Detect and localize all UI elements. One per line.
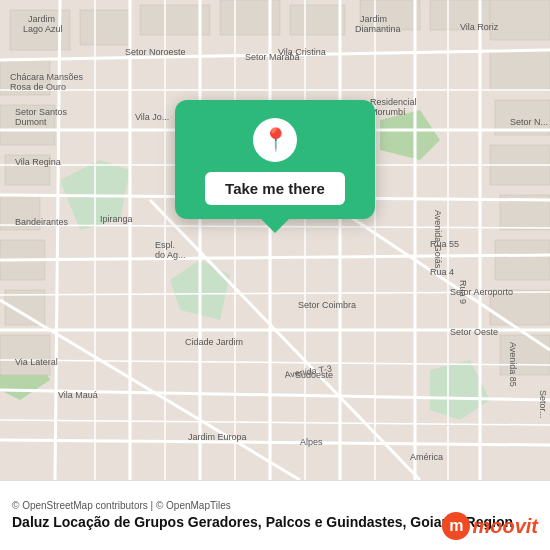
svg-text:Setor Oeste: Setor Oeste bbox=[450, 327, 498, 337]
svg-text:Jardim: Jardim bbox=[360, 14, 387, 24]
svg-rect-27 bbox=[500, 335, 550, 375]
svg-rect-13 bbox=[490, 0, 550, 40]
svg-text:Avenida 85: Avenida 85 bbox=[508, 342, 518, 387]
svg-text:Sudoeste: Sudoeste bbox=[295, 370, 333, 380]
svg-text:Residencial: Residencial bbox=[370, 97, 417, 107]
svg-text:Rua 4: Rua 4 bbox=[430, 267, 454, 277]
svg-text:Setor N...: Setor N... bbox=[510, 117, 548, 127]
location-pin: 📍 bbox=[262, 127, 289, 153]
svg-text:Morumbí: Morumbí bbox=[370, 107, 406, 117]
svg-text:Chácara Mansões: Chácara Mansões bbox=[10, 72, 84, 82]
svg-rect-21 bbox=[490, 50, 550, 90]
moovit-icon: m bbox=[442, 512, 470, 540]
bottom-bar: © OpenStreetMap contributors | © OpenMap… bbox=[0, 480, 550, 550]
take-me-there-button[interactable]: Take me there bbox=[205, 172, 345, 205]
svg-text:Vila Regina: Vila Regina bbox=[15, 157, 61, 167]
moovit-logo: m moovit bbox=[442, 512, 538, 540]
svg-rect-20 bbox=[0, 335, 50, 375]
svg-text:do Ag...: do Ag... bbox=[155, 250, 186, 260]
svg-text:Jardim: Jardim bbox=[28, 14, 55, 24]
svg-text:Vila Jo...: Vila Jo... bbox=[135, 112, 169, 122]
map-attribution: © OpenStreetMap contributors | © OpenMap… bbox=[12, 500, 538, 511]
location-card: 📍 Take me there bbox=[175, 100, 375, 219]
moovit-text: moovit bbox=[472, 515, 538, 538]
svg-text:Bandeirantes: Bandeirantes bbox=[15, 217, 69, 227]
svg-text:Jardim Europa: Jardim Europa bbox=[188, 432, 247, 442]
svg-text:Via Lateral: Via Lateral bbox=[15, 357, 58, 367]
pin-icon: 📍 bbox=[253, 118, 297, 162]
svg-text:Lago Azul: Lago Azul bbox=[23, 24, 63, 34]
svg-text:Setor...: Setor... bbox=[538, 390, 548, 419]
svg-text:Espl.: Espl. bbox=[155, 240, 175, 250]
svg-text:Vila Cristina: Vila Cristina bbox=[278, 47, 326, 57]
svg-text:Setor Santos: Setor Santos bbox=[15, 107, 68, 117]
svg-text:Cidade Jardim: Cidade Jardim bbox=[185, 337, 243, 347]
svg-text:América: América bbox=[410, 452, 443, 462]
svg-text:Dumont: Dumont bbox=[15, 117, 47, 127]
svg-text:Ipiranga: Ipiranga bbox=[100, 214, 133, 224]
svg-text:Diamantina: Diamantina bbox=[355, 24, 401, 34]
svg-rect-10 bbox=[290, 5, 345, 35]
map-container: la Leste-Oeste Avenida Goiás Rua 55 Rua … bbox=[0, 0, 550, 480]
svg-text:Setor Coimbra: Setor Coimbra bbox=[298, 300, 356, 310]
svg-text:Setor Aeroporto: Setor Aeroporto bbox=[450, 287, 513, 297]
svg-text:Rosa de Ouro: Rosa de Ouro bbox=[10, 82, 66, 92]
svg-rect-25 bbox=[495, 240, 550, 280]
svg-text:Vila Mauá: Vila Mauá bbox=[58, 390, 98, 400]
svg-text:Rua 55: Rua 55 bbox=[430, 239, 459, 249]
svg-text:Vila Roriz: Vila Roriz bbox=[460, 22, 499, 32]
svg-rect-7 bbox=[80, 10, 130, 45]
svg-text:Setor Noroeste: Setor Noroeste bbox=[125, 47, 186, 57]
svg-text:Alpes: Alpes bbox=[300, 437, 323, 447]
